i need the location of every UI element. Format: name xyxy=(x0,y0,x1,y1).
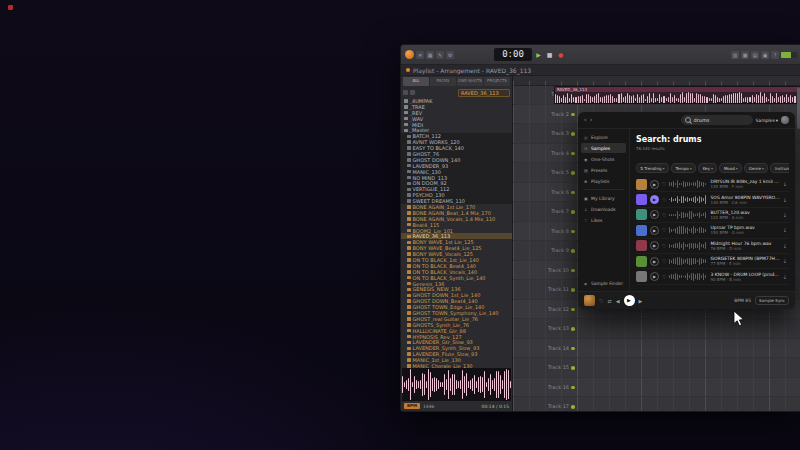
sidebar-item[interactable]: ≡ Playlists xyxy=(581,176,626,186)
toolbar-icon[interactable]: ▣ xyxy=(761,51,769,59)
track-mute-light[interactable] xyxy=(571,191,575,195)
toolbar-icon[interactable]: ▥ xyxy=(731,51,739,59)
shuffle-icon[interactable]: ⇄ xyxy=(607,298,611,304)
sample-waveform[interactable] xyxy=(669,195,707,204)
filter-chip[interactable]: Genre ▾ xyxy=(744,163,768,173)
track-mute-light[interactable] xyxy=(571,288,575,292)
toolbar-icon[interactable]: ? xyxy=(771,51,779,59)
download-icon[interactable]: ↓ xyxy=(783,197,787,203)
stop-button[interactable]: ■ xyxy=(545,50,554,59)
back-icon[interactable]: ‹ xyxy=(584,112,587,128)
download-icon[interactable]: ↓ xyxy=(783,274,787,280)
heart-icon[interactable]: ♡ xyxy=(662,227,666,233)
sample-waveform[interactable] xyxy=(669,272,707,281)
heart-icon[interactable]: ♡ xyxy=(599,298,603,304)
sample-play-button[interactable]: ▶ xyxy=(650,210,659,219)
sidebar-item[interactable]: ▣ My Library xyxy=(581,193,626,203)
browser-tab[interactable]: PROJECTS xyxy=(484,77,510,86)
toolbar-icon[interactable]: ▩ xyxy=(741,51,749,59)
browser-selector[interactable]: RAVED_36_113 xyxy=(458,89,510,97)
heart-icon[interactable]: ♡ xyxy=(662,243,666,249)
audio-clip[interactable]: RAVED_36_113 xyxy=(554,86,800,105)
forward-icon[interactable]: › xyxy=(590,112,593,128)
browser-collapse-icon[interactable] xyxy=(403,90,408,95)
sample-waveform[interactable] xyxy=(669,180,707,189)
toolbar-icon[interactable]: ▤ xyxy=(751,51,759,59)
track-mute-light[interactable] xyxy=(571,366,575,370)
heart-icon[interactable]: ♡ xyxy=(662,181,666,187)
filter-chip[interactable]: Mood ▾ xyxy=(719,163,742,173)
sample-waveform[interactable] xyxy=(669,257,707,266)
sample-row[interactable]: ▶ ♡ Uproar TP bpm.wav 150 BPM · G min ↓ xyxy=(636,223,789,238)
sidebar-item[interactable]: ◎ Explore xyxy=(581,132,626,142)
sample-waveform[interactable] xyxy=(669,226,707,235)
track-mute-light[interactable] xyxy=(571,308,575,312)
toolbar-icon[interactable]: ✎ xyxy=(436,51,444,59)
track-mute-light[interactable] xyxy=(571,327,575,331)
track-mute-light[interactable] xyxy=(571,132,575,136)
toolbar-icon[interactable]: ▦ xyxy=(426,51,434,59)
sample-play-button[interactable]: ▶ xyxy=(650,257,659,266)
track-mute-light[interactable] xyxy=(571,171,575,175)
track-mute-light[interactable] xyxy=(571,152,575,156)
download-icon[interactable]: ↓ xyxy=(783,212,787,218)
fl-logo-icon[interactable] xyxy=(405,50,414,59)
play-button[interactable]: ▶ xyxy=(534,50,543,59)
track-mute-light[interactable] xyxy=(571,386,575,390)
track-mute-light[interactable] xyxy=(571,269,575,273)
sample-waveform[interactable] xyxy=(669,241,707,250)
sample-play-button[interactable]: ▶ xyxy=(650,180,659,189)
sidebar-item[interactable]: ♡ Likes xyxy=(581,215,626,225)
heart-icon[interactable]: ♡ xyxy=(662,212,666,218)
track-mute-light[interactable] xyxy=(571,405,575,409)
track-mute-light[interactable] xyxy=(571,230,575,234)
download-icon[interactable]: ↓ xyxy=(783,181,787,187)
heart-icon[interactable]: ♡ xyxy=(662,258,666,264)
download-icon[interactable]: ↓ xyxy=(783,258,787,264)
search-input[interactable]: drums xyxy=(681,115,753,125)
track-row[interactable]: Track 14 xyxy=(513,339,800,359)
filter-chip[interactable]: Key ▾ xyxy=(698,163,717,173)
sample-play-button[interactable]: ▶ xyxy=(650,226,659,235)
sample-preview[interactable] xyxy=(402,368,511,401)
sidebar-item[interactable]: ▤ Presets xyxy=(581,165,626,175)
track-row[interactable]: Track 15 xyxy=(513,358,800,378)
sidebar-item[interactable]: ≋ Samples xyxy=(581,143,626,153)
sample-row[interactable]: ▶ ♡ BUTTER_120.wav 120 BPM · A min ↓ xyxy=(636,208,789,223)
sample-waveform[interactable] xyxy=(669,210,707,219)
heart-icon[interactable]: ♡ xyxy=(662,197,666,203)
download-icon[interactable]: ↓ xyxy=(783,227,787,233)
sample-play-button[interactable]: ▶ xyxy=(650,272,659,281)
browser-tab[interactable]: ALL xyxy=(403,77,429,86)
sample-row[interactable]: ▶ ♡ DRYSUN IR 808s_zay 1 km3 - The Rhyth… xyxy=(636,177,789,192)
sample-play-button[interactable]: ▶ xyxy=(650,195,659,204)
toolbar-icon[interactable]: ⚙ xyxy=(446,51,454,59)
sample-row[interactable]: ▶ ♡ 3 KNOW - DRUM LOOP (prod. by KH).wav… xyxy=(636,269,789,284)
browser-tab[interactable]: ONE-SHOTS xyxy=(457,77,483,86)
browser-tab[interactable]: PACKS xyxy=(430,77,456,86)
footer-play-button[interactable]: ▶ xyxy=(624,295,635,306)
next-icon[interactable]: ▶ xyxy=(639,298,643,304)
filter-chip[interactable]: ⇅ Trending ▾ xyxy=(636,163,669,173)
filter-chip[interactable]: Tempo ▾ xyxy=(671,163,696,173)
browser-refresh-icon[interactable] xyxy=(410,90,415,95)
sample-row[interactable]: ▶ ♡ GORGETEK 808PIN (BPM77HGGZ).wav 77 B… xyxy=(636,254,789,269)
previous-icon[interactable]: ◀ xyxy=(616,298,620,304)
track-mute-light[interactable] xyxy=(571,249,575,253)
download-icon[interactable]: ↓ xyxy=(783,243,787,249)
track-mute-light[interactable] xyxy=(571,113,575,117)
sidebar-item[interactable]: ↓ Downloads xyxy=(581,204,626,214)
sample-row[interactable]: ▶ ♡ SOS Amor 808PIN WAVYGROOVES.wav 140 … xyxy=(636,192,789,207)
sample-row[interactable]: ▶ ♡ Midnight Hour 76 bpm.wav 76 BPM · D … xyxy=(636,239,789,254)
sidebar-item-sample-finder[interactable]: ◈ Sample Finder xyxy=(581,278,626,288)
sidebar-item[interactable]: ◉ One-Shots xyxy=(581,154,626,164)
record-button[interactable]: ● xyxy=(556,50,565,59)
track-row[interactable]: Track 16 xyxy=(513,378,800,398)
heart-icon[interactable]: ♡ xyxy=(662,274,666,280)
filter-chip[interactable]: Instrument ▾ xyxy=(770,163,789,173)
toolbar-icon[interactable]: ≡ xyxy=(416,51,424,59)
track-mute-light[interactable] xyxy=(571,210,575,214)
sample-play-button[interactable]: ▶ xyxy=(650,241,659,250)
samples-dropdown[interactable]: Samples ▾ xyxy=(756,118,778,123)
avatar[interactable] xyxy=(781,116,789,124)
